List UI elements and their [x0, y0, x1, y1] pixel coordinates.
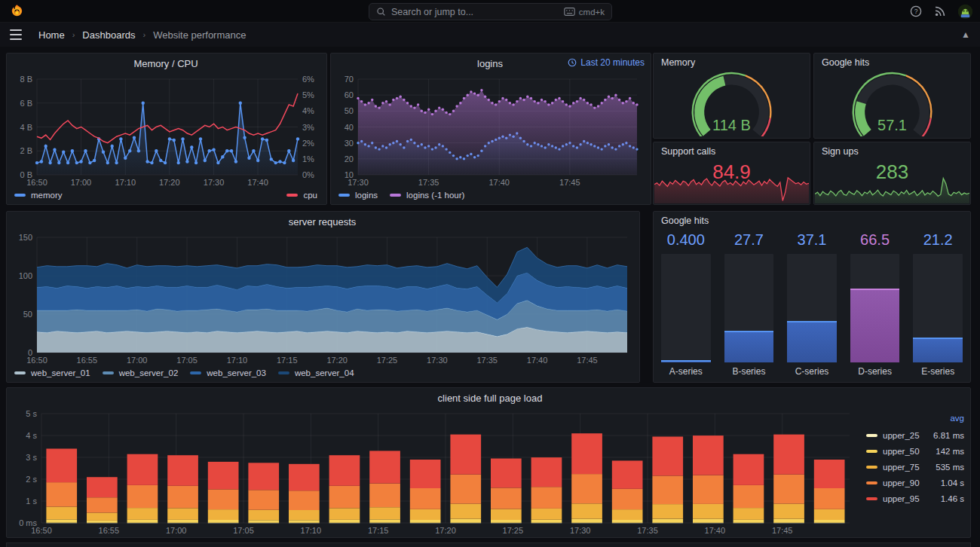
svg-text:5 s: 5 s — [26, 409, 37, 418]
svg-text:17:15: 17:15 — [368, 526, 389, 535]
breadcrumb-home[interactable]: Home — [38, 29, 65, 41]
svg-text:1%: 1% — [302, 154, 314, 163]
support-calls-sparkline[interactable] — [654, 175, 809, 203]
legend-swatch — [866, 497, 877, 500]
svg-text:20: 20 — [345, 154, 354, 163]
legend-item[interactable]: memory — [14, 191, 63, 200]
svg-text:?: ? — [914, 8, 918, 15]
grafana-logo-icon[interactable] — [9, 4, 24, 19]
bar-gauge-value: 0.400 — [661, 231, 711, 254]
legend-swatch — [866, 481, 877, 484]
legend-avg-value: 535 ms — [936, 463, 964, 472]
panel-title[interactable]: Google hits — [822, 57, 869, 68]
svg-text:17:00: 17:00 — [127, 356, 148, 365]
chart-plot: 05010015016:5016:5517:0017:0517:1017:151… — [11, 231, 633, 365]
gauge-value: 57.1 — [814, 117, 970, 134]
news-rss-icon[interactable] — [934, 5, 946, 17]
panel-title[interactable]: Memory / CPU — [11, 55, 320, 73]
panel-title[interactable]: Sign ups — [822, 146, 859, 157]
breadcrumb-current-page: Website performance — [153, 29, 246, 41]
sign-ups-sparkline[interactable] — [815, 175, 969, 203]
help-icon[interactable]: ? — [910, 5, 922, 17]
memory-cpu-chart[interactable]: 0 B2 B4 B6 B8 B0%1%2%3%4%5%6%16:5017:001… — [11, 73, 320, 188]
svg-text:17:45: 17:45 — [772, 526, 793, 535]
bar-gauge-column[interactable]: 21.2E-series — [913, 231, 963, 377]
svg-text:3%: 3% — [302, 123, 314, 132]
legend-label: web_server_01 — [31, 368, 90, 377]
bar-gauge-label[interactable]: C-series — [787, 362, 837, 377]
legend-label: web_server_04 — [295, 368, 354, 377]
legend-row[interactable]: upper_256.81 ms — [859, 427, 967, 443]
bar-gauge-column[interactable]: 66.5D-series — [850, 231, 900, 377]
panel-title[interactable]: client side full page load — [11, 390, 969, 408]
panel-title[interactable]: server requests — [11, 213, 633, 231]
bar-gauge-column[interactable]: 27.7B-series — [724, 231, 774, 377]
memory-cpu-legend: memorycpu — [11, 188, 320, 203]
google-hits-bar-gauge: 0.400A-series27.7B-series37.1C-series66.… — [661, 231, 963, 377]
legend-header-avg[interactable]: avg — [859, 412, 967, 427]
svg-text:6%: 6% — [302, 75, 314, 84]
bar-gauge-fill — [913, 338, 963, 362]
user-avatar[interactable] — [958, 5, 972, 19]
svg-text:30: 30 — [345, 139, 354, 148]
panel-title[interactable]: Memory — [661, 57, 695, 68]
legend-item[interactable]: web_server_02 — [103, 368, 179, 377]
legend-item[interactable]: logins — [338, 191, 378, 200]
bar-gauge-column[interactable]: 37.1C-series — [787, 231, 837, 377]
panel-title[interactable]: Support calls — [661, 146, 715, 157]
panel-title[interactable]: Google hits — [661, 215, 709, 226]
legend-swatch — [103, 371, 114, 374]
bar-gauge-label[interactable]: E-series — [913, 362, 963, 377]
svg-text:17:30: 17:30 — [427, 356, 448, 365]
next-row-panel-edge — [6, 542, 971, 547]
svg-text:17:05: 17:05 — [176, 356, 198, 365]
panel-server-requests: server requests 05010015016:5016:5517:00… — [6, 211, 640, 383]
legend-row[interactable]: upper_50142 ms — [859, 443, 967, 459]
svg-text:17:30: 17:30 — [348, 178, 369, 187]
svg-text:8 B: 8 B — [20, 75, 32, 84]
svg-text:17:20: 17:20 — [159, 178, 180, 187]
bar-gauge-label[interactable]: B-series — [724, 362, 774, 377]
svg-text:16:55: 16:55 — [77, 356, 98, 365]
legend-swatch — [390, 194, 401, 197]
legend-row[interactable]: upper_901.04 s — [859, 475, 967, 490]
svg-text:17:10: 17:10 — [301, 526, 322, 535]
svg-text:4%: 4% — [302, 106, 314, 115]
search-shortcut: cmd+k — [564, 8, 605, 17]
svg-text:3 s: 3 s — [26, 453, 37, 462]
legend-row[interactable]: upper_75535 ms — [859, 459, 967, 475]
logins-chart[interactable]: 1020304050607017:3017:3517:4017:45 — [335, 73, 645, 188]
top-navigation: Search or jump to... cmd+k ? — [0, 0, 980, 23]
chevron-up-icon[interactable]: ▲ — [961, 29, 970, 40]
svg-text:17:40: 17:40 — [705, 526, 726, 535]
bar-gauge-label[interactable]: D-series — [850, 362, 900, 377]
legend-item[interactable]: web_server_01 — [14, 368, 90, 377]
legend-item[interactable]: web_server_03 — [190, 368, 266, 377]
bar-gauge-label[interactable]: A-series — [661, 362, 711, 377]
page-load-legend-table: avgupper_256.81 msupper_50142 msupper_75… — [854, 408, 969, 536]
legend-label: logins (-1 hour) — [406, 191, 464, 200]
bar-gauge-column[interactable]: 0.400A-series — [661, 231, 711, 377]
legend-label: upper_75 — [883, 463, 920, 472]
breadcrumb-dashboards[interactable]: Dashboards — [82, 29, 135, 41]
server-requests-legend: web_server_01web_server_02web_server_03w… — [11, 365, 633, 380]
server-requests-chart[interactable]: 05010015016:5016:5517:0017:0517:1017:151… — [11, 231, 633, 365]
search-icon — [376, 7, 386, 17]
legend-item[interactable]: web_server_04 — [278, 368, 354, 377]
svg-text:4 s: 4 s — [26, 431, 37, 440]
chevron-right-icon: › — [72, 30, 75, 39]
search-input[interactable]: Search or jump to... cmd+k — [369, 3, 612, 20]
legend-label: web_server_02 — [119, 368, 179, 377]
svg-text:16:50: 16:50 — [26, 356, 47, 365]
legend-item[interactable]: cpu — [286, 191, 317, 200]
page-load-chart[interactable]: 0 ms1 s2 s3 s4 s5 s16:5016:5517:0017:051… — [11, 408, 854, 536]
legend-row[interactable]: upper_951.46 s — [859, 490, 967, 506]
bar-gauge-value: 37.1 — [787, 231, 837, 254]
legend-avg-value: 6.81 ms — [933, 431, 964, 440]
svg-text:17:40: 17:40 — [527, 356, 548, 365]
bar-gauge-track — [850, 254, 900, 362]
legend-item[interactable]: logins (-1 hour) — [390, 191, 464, 200]
menu-toggle-icon[interactable] — [10, 29, 22, 40]
panel-time-range[interactable]: Last 20 minutes — [568, 57, 645, 68]
svg-text:40: 40 — [345, 123, 354, 132]
